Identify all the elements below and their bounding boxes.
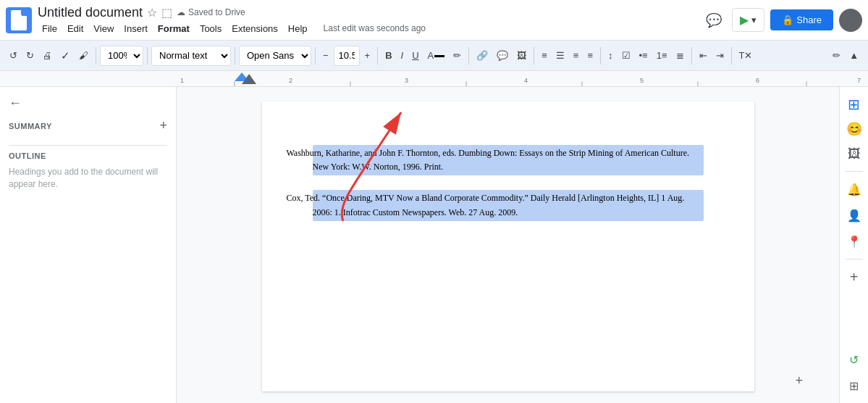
paintformat-button[interactable]: 🖌	[75, 47, 92, 64]
sep6	[468, 47, 469, 65]
sep7	[534, 47, 534, 65]
meet-label: ▾	[751, 14, 757, 25]
right-sep-1	[846, 171, 863, 172]
link-button[interactable]: 🔗	[473, 47, 492, 64]
collapse-toolbar-button[interactable]: ▲	[846, 47, 862, 64]
multilevel-list-button[interactable]: ≣	[673, 47, 688, 64]
summary-add-button[interactable]: +	[159, 118, 167, 133]
align-justify-button[interactable]: ≡	[583, 47, 597, 64]
expand-panel-icon[interactable]: ⊞	[843, 374, 866, 397]
menu-insert[interactable]: Insert	[119, 22, 152, 36]
image-right-icon[interactable]: 🖼	[843, 142, 866, 165]
outline-section: OUTLINE Headings you add to the document…	[9, 151, 167, 191]
top-actions: 💬 ▶ ▾ 🔒 Share	[701, 8, 862, 33]
comment-inline-button[interactable]: 💬	[493, 47, 512, 64]
menu-tools[interactable]: Tools	[195, 22, 226, 36]
zoom-select[interactable]: 100%	[100, 46, 143, 66]
doc-icon	[6, 7, 32, 33]
align-left-button[interactable]: ≡	[538, 47, 551, 64]
menu-help[interactable]: Help	[284, 22, 312, 36]
editing-mode-button[interactable]: ✏	[829, 47, 844, 64]
folder-icon[interactable]: ⬚	[161, 6, 172, 20]
font-size-input[interactable]	[334, 46, 360, 66]
font-select[interactable]: Open Sans	[239, 46, 311, 66]
sep9	[691, 47, 692, 65]
print-button[interactable]: 🖨	[39, 47, 56, 64]
sidebar: ← SUMMARY + OUTLINE Headings you add to …	[0, 87, 177, 403]
refresh-icon[interactable]: ↺	[843, 348, 866, 371]
font-decrease-button[interactable]: −	[319, 47, 332, 64]
align-center-button[interactable]: ☰	[552, 47, 568, 64]
ruler: 1 2 3 4 5 6 7	[177, 71, 868, 87]
citation-1-text: Washburn, Katharine, and John F. Thornto…	[287, 148, 689, 172]
cloud-icon: ☁	[177, 7, 185, 17]
numbered-list-button[interactable]: 1≡	[653, 47, 671, 64]
highlight-button[interactable]: ✏	[450, 47, 465, 64]
underline-button[interactable]: U	[408, 47, 422, 64]
sidebar-divider	[9, 145, 167, 146]
menu-bar: File Edit View Insert Format Tools Exten…	[38, 22, 701, 36]
sidebar-back: ←	[9, 96, 167, 111]
svg-text:4: 4	[524, 77, 528, 84]
menu-format[interactable]: Format	[153, 22, 194, 36]
menu-extensions[interactable]: Extensions	[227, 22, 282, 36]
menu-file[interactable]: File	[38, 22, 62, 36]
menu-view[interactable]: View	[89, 22, 118, 36]
main-area: ← SUMMARY + OUTLINE Headings you add to …	[0, 87, 868, 403]
emoji-right-icon[interactable]: 😊	[843, 117, 866, 141]
toolbar: ↺ ↻ 🖨 ✓ 🖌 100% Normal text Open Sans − +…	[0, 41, 868, 71]
line-spacing-button[interactable]: ↕	[604, 47, 617, 64]
ruler-svg: 1 2 3 4 5 6 7	[177, 71, 868, 87]
spellcheck-button[interactable]: ✓	[57, 46, 74, 65]
text-color-button[interactable]: A	[424, 47, 449, 64]
meet-icon: ▶	[740, 13, 749, 27]
plus-right-icon[interactable]: +	[843, 265, 866, 288]
text-color-icon: A	[428, 50, 434, 61]
expand-button[interactable]: +	[795, 373, 803, 389]
google-keep-icon[interactable]: 🔔	[843, 178, 866, 201]
font-increase-button[interactable]: +	[361, 47, 374, 64]
bullets-button[interactable]: •≡	[636, 47, 652, 64]
maps-icon[interactable]: 📍	[843, 230, 866, 253]
user-avatar[interactable]	[839, 9, 862, 32]
undo-button[interactable]: ↺	[6, 47, 21, 64]
citation-1[interactable]: Washburn, Katharine, and John F. Thornto…	[313, 145, 704, 175]
svg-text:3: 3	[405, 77, 408, 84]
sep1	[96, 47, 96, 65]
align-right-button[interactable]: ≡	[570, 47, 583, 64]
image-button[interactable]: 🖼	[513, 47, 530, 64]
summary-section: SUMMARY +	[9, 118, 167, 133]
meet-button[interactable]: ▶ ▾	[732, 8, 764, 32]
citation-2[interactable]: Cox, Ted. “Once Daring, MTV Now a Bland …	[313, 190, 704, 220]
highlight-icon: ✏	[453, 50, 461, 61]
doc-title[interactable]: Untitled document	[38, 5, 143, 20]
doc-area: Washburn, Katharine, and John F. Thornto…	[177, 87, 839, 403]
top-bar: Untitled document ☆ ⬚ ☁ Saved to Drive F…	[0, 0, 868, 41]
clear-formatting-button[interactable]: T✕	[736, 47, 757, 64]
indent-increase-button[interactable]: ⇥	[712, 47, 728, 64]
sidebar-back-button[interactable]: ←	[9, 96, 22, 111]
sep3	[235, 47, 235, 65]
redo-button[interactable]: ↻	[22, 47, 38, 64]
citation-2-text: Cox, Ted. “Once Daring, MTV Now a Bland …	[287, 193, 685, 217]
comment-button[interactable]: 💬	[701, 8, 726, 33]
add-comment-right-icon[interactable]: ⊞	[843, 93, 866, 116]
checklist-button[interactable]: ☑	[618, 47, 634, 64]
page[interactable]: Washburn, Katharine, and John F. Thornto…	[262, 101, 754, 391]
svg-text:7: 7	[857, 77, 861, 84]
style-select[interactable]: Normal text	[151, 46, 231, 66]
share-button[interactable]: 🔒 Share	[770, 9, 833, 30]
save-status: ☁ Saved to Drive	[177, 7, 245, 17]
summary-label: SUMMARY	[9, 122, 52, 130]
outline-placeholder: Headings you add to the document will ap…	[9, 166, 167, 191]
indent-decrease-button[interactable]: ⇤	[696, 47, 711, 64]
menu-edit[interactable]: Edit	[63, 22, 88, 36]
svg-text:6: 6	[756, 77, 759, 84]
italic-button[interactable]: I	[397, 47, 408, 64]
sep10	[731, 47, 732, 65]
contacts-icon[interactable]: 👤	[843, 204, 866, 227]
bold-button[interactable]: B	[382, 47, 395, 64]
right-sep-2	[846, 259, 863, 259]
last-edit: Last edit was seconds ago	[319, 22, 430, 36]
star-icon[interactable]: ☆	[147, 6, 157, 20]
